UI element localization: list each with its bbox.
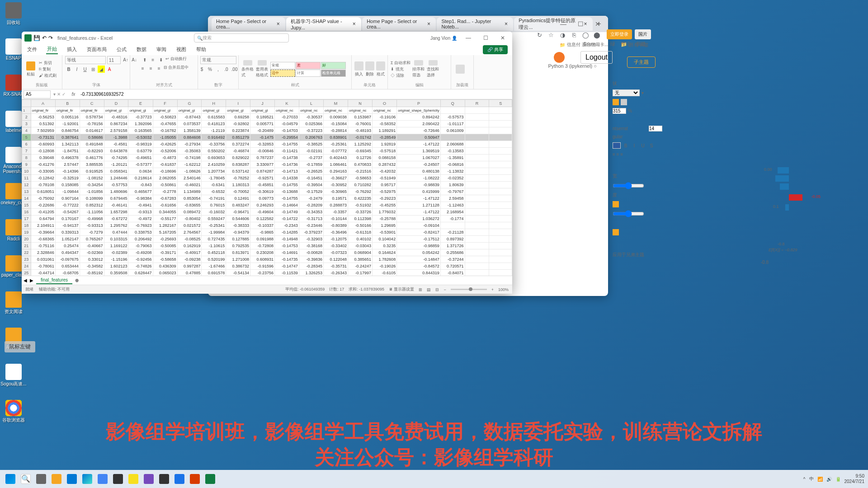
zoom-slider[interactable] xyxy=(451,289,487,290)
fontsize-input[interactable] xyxy=(649,126,662,131)
menu-view[interactable]: 视图 xyxy=(175,45,187,54)
autosum-button[interactable]: Σ 自动求和 xyxy=(391,60,410,66)
nav-item[interactable]: 新建 xyxy=(636,41,646,47)
star-icon[interactable]: ☆ xyxy=(547,31,555,39)
inc-decimal-button[interactable]: .0 xyxy=(223,66,230,73)
menu-home[interactable]: 开始 xyxy=(46,45,58,54)
insert-button[interactable]: 插入 xyxy=(354,60,363,78)
taskbar-app[interactable] xyxy=(142,472,156,486)
align-center-button[interactable]: ≡ xyxy=(147,65,155,72)
tray-wifi-icon[interactable]: 📶 xyxy=(817,477,823,482)
menu-help[interactable]: 帮助 xyxy=(195,45,207,54)
zoom-out-button[interactable]: − xyxy=(443,287,446,292)
extension-icon[interactable]: ◑ xyxy=(559,31,566,39)
taskbar-excel[interactable] xyxy=(203,472,217,486)
font-select[interactable]: 等线 xyxy=(65,56,106,64)
view-normal-button[interactable]: ⊞ xyxy=(419,287,422,292)
nav-item[interactable]: 绿 xyxy=(610,41,615,47)
browser-tab[interactable]: Home Page - Select or crea...× xyxy=(362,17,436,31)
add-sheet-button[interactable]: ⊕ xyxy=(75,278,79,283)
align-top-button[interactable]: ⬆ xyxy=(141,56,148,63)
format-painter-button[interactable]: 🖌 格式刷 xyxy=(39,73,57,79)
color-swatch[interactable] xyxy=(613,229,619,235)
close-icon[interactable]: × xyxy=(426,21,431,27)
style-normal[interactable]: 常规 xyxy=(270,62,295,69)
name-box[interactable]: A5 xyxy=(24,90,51,99)
menu-data[interactable]: 数据 xyxy=(136,45,147,54)
share-button[interactable]: 🔗 共享 xyxy=(483,45,508,54)
zoom-in-button[interactable]: + xyxy=(491,287,494,292)
cond-format-button[interactable]: 条件格式 xyxy=(241,60,254,78)
nav-button[interactable]: 国片 xyxy=(635,29,651,39)
taskbar-app[interactable] xyxy=(173,472,186,486)
prev-sheet-button[interactable]: ◀ xyxy=(24,278,27,283)
number-format-select[interactable]: 常规 xyxy=(200,56,236,64)
desktop-icon[interactable]: Sogou高速... xyxy=(2,364,25,391)
save-icon[interactable]: 💾 xyxy=(33,35,40,41)
addins-button[interactable] xyxy=(454,60,467,78)
color-swatch[interactable] xyxy=(621,99,627,105)
start-button[interactable] xyxy=(4,472,17,486)
minimize-button[interactable]: — xyxy=(462,33,475,42)
align-right-button[interactable]: ≡ xyxy=(156,65,163,72)
taskbar-app[interactable] xyxy=(157,472,171,486)
slider[interactable] xyxy=(613,182,644,189)
table-format-button[interactable]: 套用表格格式 xyxy=(256,60,269,78)
undo-icon[interactable]: ↶ xyxy=(42,35,47,41)
bold-button[interactable]: B xyxy=(622,142,629,149)
find-button[interactable]: 查找和选择 xyxy=(427,60,439,78)
zoom-level[interactable]: 100% xyxy=(498,287,509,292)
taskbar-app[interactable] xyxy=(127,472,140,486)
style-neutral[interactable]: 适中 xyxy=(270,70,295,77)
desktop-icon[interactable]: 资文阅读 xyxy=(2,291,25,319)
italic-button[interactable]: I xyxy=(631,142,638,149)
formula-input[interactable]: -0.731309616932572 xyxy=(79,92,512,97)
delete-button[interactable]: 删除 xyxy=(365,60,374,78)
color-swatch[interactable] xyxy=(613,201,619,207)
close-icon[interactable]: × xyxy=(503,21,509,27)
fontsize-select[interactable]: 11 xyxy=(107,56,121,64)
explorer-button[interactable] xyxy=(50,472,63,486)
style-check[interactable]: 检查单元格 xyxy=(321,70,346,77)
next-sheet-button[interactable]: ▶ xyxy=(30,278,33,283)
maximize-button[interactable]: ☐ xyxy=(479,33,492,42)
menu-file[interactable]: 文件 xyxy=(26,45,38,54)
taskbar-app[interactable] xyxy=(188,472,202,486)
theme-button[interactable]: 子主题 xyxy=(627,56,656,68)
tray-battery-icon[interactable]: 🔋 xyxy=(835,477,841,482)
color-swatch[interactable] xyxy=(613,142,621,149)
browser-tab[interactable]: Step1. Rad... - Jupyter Noteb...× xyxy=(437,17,513,31)
size-input[interactable] xyxy=(613,108,626,114)
paste-button[interactable]: 粘贴 xyxy=(24,60,37,78)
sheet-tab[interactable]: final_features xyxy=(36,277,72,284)
underline-button[interactable]: U xyxy=(81,66,89,73)
tray-chevron-icon[interactable]: ^ xyxy=(803,477,806,482)
logout-button[interactable]: Logout xyxy=(580,51,613,64)
fill-color-button[interactable]: ◢ xyxy=(98,66,105,73)
login-button[interactable]: 立即登录 xyxy=(607,29,632,39)
comma-button[interactable]: , xyxy=(215,66,222,73)
wrap-text-button[interactable]: ↩ 自动换行 xyxy=(165,56,187,63)
view-layout-button[interactable]: ▤ xyxy=(427,287,431,292)
slider[interactable] xyxy=(613,210,644,217)
cut-button[interactable]: ✂ 剪切 xyxy=(39,60,57,66)
tray-lang-icon[interactable]: 中 xyxy=(809,476,814,482)
dropdown[interactable]: 无 xyxy=(613,89,640,96)
redo-icon[interactable]: ↷ xyxy=(48,35,53,41)
fx-icon[interactable]: fx xyxy=(72,92,75,97)
desktop-icon-trash[interactable]: 回收站 xyxy=(2,2,25,29)
percent-button[interactable]: % xyxy=(207,66,214,73)
profile-icon[interactable]: ⬤ xyxy=(593,31,601,39)
nav-item[interactable]: 理论 xyxy=(621,41,631,47)
menu-formulas[interactable]: 公式 xyxy=(116,45,127,54)
taskview-button[interactable] xyxy=(34,472,48,486)
browser-tab-active[interactable]: 机器学习-SHAP value - Jupy...× xyxy=(286,17,361,31)
grow-font-button[interactable]: A↑ xyxy=(122,56,129,63)
fill-button[interactable]: ⬇ 填充 xyxy=(391,66,410,72)
close-icon[interactable]: × xyxy=(275,21,281,27)
bold-button[interactable]: B xyxy=(65,66,72,73)
display-settings[interactable]: 🖥 显示器设置 xyxy=(389,286,415,292)
extension-icon[interactable]: ◯ xyxy=(582,31,590,39)
menu-layout[interactable]: 页面布局 xyxy=(86,45,108,54)
merge-button[interactable]: ⊟ 合并后居中 xyxy=(164,65,189,72)
